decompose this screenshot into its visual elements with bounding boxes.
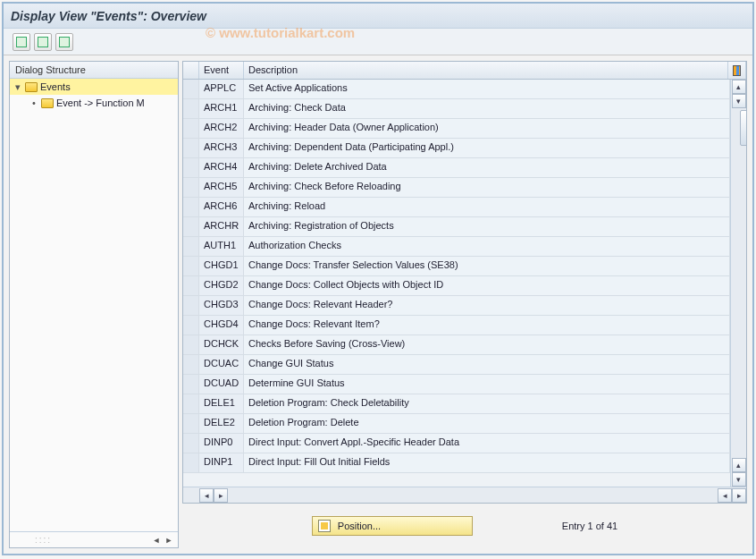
cell-event: CHGD1: [199, 257, 244, 275]
cell-event: DELE2: [199, 414, 244, 433]
collapse-icon[interactable]: ▾: [13, 81, 22, 93]
row-selector[interactable]: [183, 276, 199, 295]
table-row[interactable]: ARCH2Archiving: Header Data (Owner Appli…: [183, 119, 730, 139]
toolbar-button-3[interactable]: [55, 33, 73, 51]
table-row[interactable]: DELE2Deletion Program: Delete: [183, 414, 730, 434]
titlebar: Display View "Events": Overview: [4, 4, 752, 29]
position-button[interactable]: Position...: [312, 516, 473, 536]
row-selector[interactable]: [183, 198, 199, 216]
table-row[interactable]: CHGD4Change Docs: Relevant Item?: [183, 316, 730, 335]
row-selector[interactable]: [183, 434, 199, 453]
cell-event: CHGD3: [199, 296, 244, 315]
tree: ▾ Events • Event -> Function M: [10, 79, 178, 531]
cell-event: DCUAD: [199, 375, 244, 394]
row-selector[interactable]: [183, 375, 199, 394]
toolbar-button-2[interactable]: [34, 33, 52, 51]
table-row[interactable]: ARCHRArchiving: Registration of Objects: [183, 217, 730, 237]
cell-event: ARCH3: [199, 139, 244, 157]
row-selector[interactable]: [183, 158, 199, 177]
table-row[interactable]: DCUADDetermine GUI Status: [183, 375, 730, 394]
scroll-up-icon[interactable]: ▴: [732, 80, 746, 94]
table-row[interactable]: CHGD2Change Docs: Collect Objects with O…: [183, 276, 730, 296]
cell-event: DCUAC: [199, 355, 244, 374]
cell-description: Archiving: Check Data: [244, 99, 730, 118]
row-selector[interactable]: [183, 257, 199, 275]
table-row[interactable]: AUTH1Authorization Checks: [183, 237, 730, 257]
table-row[interactable]: ARCH1Archiving: Check Data: [183, 99, 730, 119]
row-selector[interactable]: [183, 217, 199, 236]
table-row[interactable]: DINP1Direct Input: Fill Out Initial Fiel…: [183, 453, 730, 473]
table-row[interactable]: DCUACChange GUI Status: [183, 355, 730, 375]
table-settings-icon: [733, 65, 741, 76]
row-selector[interactable]: [183, 237, 199, 256]
scroll-up-icon[interactable]: ▴: [732, 458, 746, 472]
cell-event: DINP1: [199, 453, 244, 472]
scroll-thumb[interactable]: [740, 110, 747, 146]
toolbar-button-1[interactable]: [13, 33, 30, 51]
resize-handle-icon[interactable]: ::::: [13, 535, 149, 545]
tree-item-event-function[interactable]: • Event -> Function M: [10, 95, 178, 111]
cell-description: Archiving: Header Data (Owner Applicatio…: [244, 119, 730, 138]
cell-description: Direct Input: Convert Appl.-Specific Hea…: [244, 434, 730, 453]
table-row[interactable]: DINP0Direct Input: Convert Appl.-Specifi…: [183, 434, 730, 453]
cell-description: Change Docs: Relevant Header?: [244, 296, 730, 315]
table-row[interactable]: ARCH3Archiving: Dependent Data (Particip…: [183, 139, 730, 158]
cell-event: ARCH4: [199, 158, 244, 177]
table-row[interactable]: ARCH6Archiving: Reload: [183, 198, 730, 217]
row-selector[interactable]: [183, 414, 199, 433]
cell-event: ARCH6: [199, 198, 244, 216]
cell-description: Set Active Applications: [244, 80, 730, 98]
cell-description: Checks Before Saving (Cross-View): [244, 335, 730, 354]
column-description[interactable]: Description: [244, 62, 728, 79]
cell-event: CHGD2: [199, 276, 244, 295]
entry-status: Entry 1 of 41: [562, 521, 617, 531]
cell-event: ARCH5: [199, 178, 244, 197]
cell-event: CHGD4: [199, 316, 244, 335]
table-row[interactable]: APPLCSet Active Applications: [183, 80, 730, 99]
sidebar-scrollbar: :::: ◄ ►: [10, 531, 178, 547]
table-row[interactable]: DELE1Deletion Program: Check Deletabilit…: [183, 394, 730, 414]
cell-description: Archiving: Registration of Objects: [244, 217, 730, 236]
tree-item-events[interactable]: ▾ Events: [10, 79, 178, 95]
row-selector[interactable]: [183, 99, 199, 118]
scroll-left-icon[interactable]: ◂: [199, 488, 214, 503]
table-row[interactable]: ARCH4Archiving: Delete Archived Data: [183, 158, 730, 178]
table-config-button[interactable]: [728, 62, 746, 79]
tree-label: Events: [40, 81, 71, 92]
table-row[interactable]: ARCH5Archiving: Check Before Reloading: [183, 178, 730, 198]
scroll-left-icon[interactable]: ◄: [151, 535, 162, 546]
row-selector[interactable]: [183, 296, 199, 315]
table-row[interactable]: CHGD3Change Docs: Relevant Header?: [183, 296, 730, 316]
row-selector[interactable]: [183, 453, 199, 472]
table-row[interactable]: DCHCKChecks Before Saving (Cross-View): [183, 335, 730, 355]
cell-event: ARCHR: [199, 217, 244, 236]
horizontal-scrollbar[interactable]: ◂ ▸ ◂ ▸: [183, 487, 746, 503]
scroll-right-icon[interactable]: ▸: [732, 488, 746, 503]
scroll-right-icon[interactable]: ▸: [214, 488, 228, 503]
cell-description: Determine GUI Status: [244, 375, 730, 394]
row-selector[interactable]: [183, 80, 199, 98]
scroll-down-icon[interactable]: ▾: [732, 94, 746, 108]
select-all-column[interactable]: [183, 62, 199, 79]
cell-event: AUTH1: [199, 237, 244, 256]
table-row[interactable]: CHGD1Change Docs: Transfer Selection Val…: [183, 257, 730, 276]
folder-closed-icon: [41, 98, 54, 108]
row-selector[interactable]: [183, 335, 199, 354]
scroll-left-icon[interactable]: ◂: [718, 488, 732, 503]
dialog-structure-panel: Dialog Structure ▾ Events • Event -> Fun…: [9, 61, 179, 548]
folder-open-icon: [25, 82, 38, 92]
row-selector[interactable]: [183, 355, 199, 374]
row-selector[interactable]: [183, 178, 199, 197]
column-event[interactable]: Event: [199, 62, 244, 79]
row-selector[interactable]: [183, 316, 199, 335]
cell-event: ARCH1: [199, 99, 244, 118]
cell-event: APPLC: [199, 80, 244, 98]
row-selector[interactable]: [183, 139, 199, 157]
cell-description: Change GUI Status: [244, 355, 730, 374]
scroll-right-icon[interactable]: ►: [164, 535, 174, 546]
row-selector[interactable]: [183, 119, 199, 138]
scroll-down-icon[interactable]: ▾: [732, 472, 746, 487]
row-selector[interactable]: [183, 394, 199, 413]
table-header: Event Description: [183, 62, 746, 80]
vertical-scrollbar[interactable]: ▴ ▾ ▴ ▾: [730, 80, 746, 487]
